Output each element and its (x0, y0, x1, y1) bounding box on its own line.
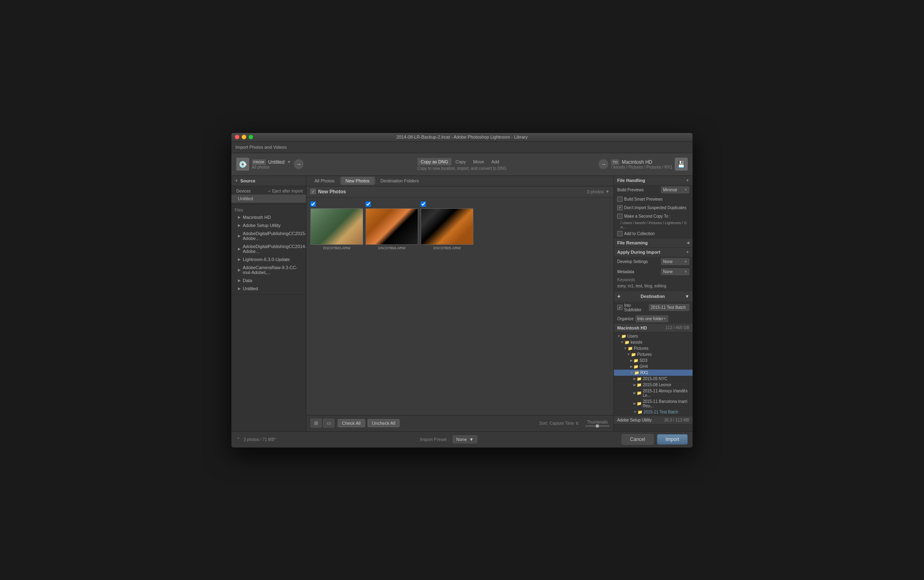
tree-item-pictures-2[interactable]: ▼ 📁 Pictures (614, 351, 693, 357)
sidebar-item-macintosh-hd[interactable]: ▶ Macintosh HD (231, 213, 306, 221)
mode-add[interactable]: Add (488, 158, 503, 165)
expand-icon: ▶ (238, 278, 241, 283)
bottom-bar: ⊞ ▭ Check All Uncheck All Sort: Capture … (306, 415, 614, 431)
footer-expand-icon[interactable]: ⌃ (236, 437, 240, 442)
sidebar-item-adobe-pub-2014[interactable]: ▶ AdobeDigitalPublishingCC2014-Adobe... (231, 242, 306, 255)
develop-settings-dropdown[interactable]: None ▼ (661, 258, 689, 265)
footer-buttons: Cancel Import (622, 434, 688, 445)
preset-arrow-icon: ▼ (469, 437, 474, 442)
sort-value[interactable]: Capture Time (550, 421, 574, 426)
tree-label: 2015-08 Leonor (643, 383, 672, 387)
sidebar-item-camera-raw[interactable]: ▶ AdobeCameraRaw-9.3-CC-mul-AdobeL... (231, 263, 306, 276)
check-all-button[interactable]: Check All (338, 419, 365, 427)
build-previews-dropdown[interactable]: Minimal ▼ (661, 186, 689, 193)
grid-view-button[interactable]: ⊞ (310, 419, 322, 428)
apply-during-import-header[interactable]: Apply During Import ▼ (614, 248, 693, 257)
slider-handle[interactable] (596, 424, 599, 428)
file-renaming-header[interactable]: File Renaming ◀ (614, 238, 693, 247)
minimize-button[interactable] (242, 135, 246, 139)
folder-icon: 📁 (633, 364, 638, 369)
new-photos-checkbox[interactable]: ✓ (310, 189, 316, 194)
import-preset-dropdown[interactable]: None ▼ (453, 435, 477, 443)
subfolder-name-input[interactable] (649, 304, 689, 311)
tree-tri-icon: ▼ (627, 353, 630, 356)
photo-2-thumb[interactable] (366, 208, 418, 245)
photo-1-check[interactable] (310, 201, 316, 208)
tree-tri-icon: ▶ (630, 365, 633, 368)
tree-label: Users (627, 334, 638, 338)
keywords-label: Keywords (614, 277, 693, 283)
tree-item-leonor[interactable]: ▶ 📁 2015-08 Leonor (614, 382, 693, 388)
mode-copy[interactable]: Copy (452, 158, 469, 165)
mode-description: Copy to new location, import, and conver… (417, 166, 507, 171)
apply-during-import-label: Apply During Import (617, 250, 660, 255)
loupe-view-button[interactable]: ▭ (323, 419, 334, 428)
tree-item-sd3[interactable]: ▶ 📁 SD3 (614, 357, 693, 364)
import-button[interactable]: Import (657, 434, 688, 445)
file-handling-header[interactable]: File Handling ▼ (614, 176, 693, 185)
sidebar-item-adobe-setup[interactable]: ▶ Adobe Setup Utility (231, 221, 306, 229)
sort-chevron-icon[interactable]: ⇅ (575, 421, 579, 426)
sidebar-item-untitled[interactable]: Untitled (231, 195, 306, 203)
make-second-copy-checkbox[interactable] (617, 214, 622, 219)
tree-item-rx1[interactable]: ▼ 📁 RX1 (614, 370, 693, 376)
source-name[interactable]: Untitled (268, 159, 285, 165)
tab-destination-folders[interactable]: Destination Folders (376, 177, 424, 185)
photo-3-check[interactable] (421, 201, 426, 208)
thumbnail-size-slider[interactable] (585, 425, 610, 427)
develop-settings-label: Develop Settings (617, 259, 659, 264)
source-chevron[interactable]: ▼ (287, 160, 291, 164)
tree-item-nyc[interactable]: ▶ 📁 2015-05 NYC (614, 376, 693, 382)
dest-arrow-button[interactable]: → (598, 159, 609, 169)
tree-item-keoshi[interactable]: ▼ 📁 keoshi (614, 339, 693, 345)
tree-item-barcelona[interactable]: ▶ 📁 2015-11 Barcelona Inarri Reu... (614, 398, 693, 409)
tab-all-photos[interactable]: All Photos (310, 177, 340, 185)
tree-item-pictures-1[interactable]: ▼ 📁 Pictures (614, 345, 693, 351)
tree-item-almoco[interactable]: ▶ 📁 2015-11 Almoço Irlandês Le... (614, 388, 693, 398)
tree-item-test-batch[interactable]: ▼ 📁 2015-11 Test Batch (614, 409, 693, 415)
build-smart-previews-checkbox[interactable] (617, 197, 622, 202)
metadata-dropdown[interactable]: None ▼ (661, 268, 689, 275)
from-section: 💽 FROM Untitled ▼ All photos → (236, 158, 304, 171)
into-subfolder-row: Into Subfolder (614, 302, 693, 314)
sidebar-item-data[interactable]: ▶ Data (231, 276, 306, 285)
maximize-button[interactable] (248, 135, 253, 139)
sidebar-item-adobe-pub-2015[interactable]: ▶ AdobeDigitalPublishingCC2015-Adobe... (231, 229, 306, 242)
sidebar-item-untitled-files[interactable]: ▶ Untitled (231, 285, 306, 293)
eject-label[interactable]: ✓ Eject after import (268, 189, 303, 193)
cancel-button[interactable]: Cancel (622, 434, 654, 445)
photo-2-check[interactable] (366, 201, 371, 208)
expand-photos-icon[interactable]: ▼ (605, 189, 610, 194)
photo-item-1[interactable]: DSC07803.ARW (310, 201, 363, 250)
dest-sub: / keoshi / Pictures / Pictures / RX1 (611, 165, 672, 169)
dont-import-duplicates-checkbox[interactable] (617, 205, 622, 210)
file-handling-label: File Handling (617, 178, 645, 183)
photo-item-2[interactable]: DSC07804.ARW (366, 201, 418, 250)
mode-move[interactable]: Move (470, 158, 487, 165)
source-arrow-button[interactable]: → (293, 159, 304, 169)
sidebar-item-lightroom-update[interactable]: ▶ Lightroom-6.3.0-Update (231, 255, 306, 263)
uncheck-all-button[interactable]: Uncheck All (368, 419, 400, 427)
organize-dropdown[interactable]: Into one folder ▼ (635, 315, 669, 322)
photo-1-thumb[interactable] (310, 208, 363, 245)
add-to-collection-checkbox[interactable] (617, 231, 622, 236)
tab-new-photos[interactable]: New Photos (341, 177, 374, 185)
into-subfolder-checkbox[interactable] (617, 305, 622, 310)
file-handling-triangle-icon: ▼ (686, 178, 689, 182)
destination-header[interactable]: + Destination ▼ (614, 291, 693, 302)
close-button[interactable] (235, 135, 240, 139)
file-renaming-label: File Renaming (617, 240, 648, 245)
source-header-label: Source (240, 178, 255, 183)
keywords-value[interactable]: sony, rx1, test, blog, editing (614, 283, 693, 291)
photo-item-3[interactable]: DSC07805.ARW (421, 201, 473, 250)
destination-add-icon[interactable]: + (617, 293, 620, 300)
tree-item-users[interactable]: ▼ 📁 Users (614, 333, 693, 339)
mode-copy-dng[interactable]: Copy as DNG (417, 158, 451, 165)
thumbnails-label: Thumbnails (587, 420, 608, 424)
dest-name[interactable]: Macintosh HD (622, 159, 652, 165)
folder-icon: 📁 (637, 383, 642, 387)
tree-item-gh4[interactable]: ▶ 📁 GH4 (614, 364, 693, 370)
photo-3-thumb[interactable] (421, 208, 473, 245)
expand-icon: ▶ (238, 257, 241, 261)
source-section-header[interactable]: ▼ Source (231, 176, 306, 186)
